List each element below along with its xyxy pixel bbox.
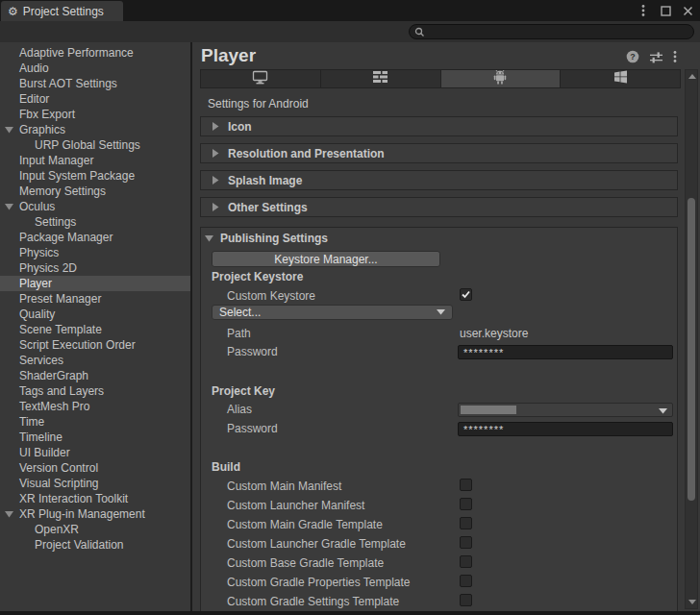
sidebar-item-label: Player — [19, 277, 52, 290]
sidebar-item-version-control[interactable]: Version Control — [0, 460, 190, 476]
keystore-password-field[interactable]: ******** — [458, 345, 673, 359]
more-icon[interactable] — [673, 50, 677, 67]
scrollbar-thumb[interactable] — [688, 198, 695, 501]
sidebar-item-physics-2d[interactable]: Physics 2D — [0, 260, 190, 276]
sidebar-item-label: Package Manager — [19, 231, 112, 244]
alias-selected-value — [461, 406, 516, 414]
platform-tab-standalone[interactable] — [201, 70, 320, 87]
sidebar-item-quality[interactable]: Quality — [0, 307, 190, 322]
checkbox-custom-main-manifest[interactable] — [460, 479, 472, 491]
sidebar-item-timeline[interactable]: Timeline — [0, 430, 190, 445]
key-password-label: Password — [227, 422, 278, 435]
sidebar-item-time[interactable]: Time — [0, 414, 190, 430]
window-bottom-edge — [0, 611, 700, 615]
player-settings-pane: Player ? Settings for Android IconResolu… — [192, 42, 700, 611]
publishing-settings-title: Publishing Settings — [220, 232, 328, 245]
build-option-label: Custom Main Gradle Template — [227, 518, 383, 531]
kebab-menu-icon[interactable] — [636, 3, 651, 18]
section-resolution-and-presentation[interactable]: Resolution and Presentation — [200, 143, 678, 163]
titlebar: ⚙ Project Settings — [0, 0, 700, 21]
sidebar-item-memory-settings[interactable]: Memory Settings — [0, 184, 190, 199]
sidebar-item-package-manager[interactable]: Package Manager — [0, 230, 190, 245]
gear-icon: ⚙ — [8, 6, 18, 17]
checkbox-custom-base-gradle-template[interactable] — [460, 555, 472, 568]
checkbox-custom-main-gradle-template[interactable] — [460, 517, 472, 529]
custom-keystore-checkbox[interactable] — [460, 288, 472, 301]
sidebar-item-label: Settings — [35, 215, 76, 229]
keystore-manager-button[interactable]: Keystore Manager... — [212, 251, 440, 267]
sidebar-item-xr-plug-in-management[interactable]: XR Plug-in Management — [0, 506, 190, 522]
scroll-up-icon[interactable] — [688, 74, 696, 79]
checkbox-custom-launcher-manifest[interactable] — [460, 498, 472, 510]
sidebar-item-input-manager[interactable]: Input Manager — [0, 153, 190, 168]
scroll-down-icon[interactable] — [688, 600, 696, 604]
sidebar-item-editor[interactable]: Editor — [0, 91, 190, 107]
sidebar-item-label: Services — [19, 354, 63, 367]
sidebar-item-oculus[interactable]: Oculus — [0, 199, 190, 214]
toolbar — [0, 21, 700, 42]
sidebar-item-adaptive-performance[interactable]: Adaptive Performance — [0, 45, 190, 61]
sidebar-item-scene-template[interactable]: Scene Template — [0, 322, 190, 337]
sidebar-item-label: Timeline — [19, 430, 62, 444]
sidebar-item-ui-builder[interactable]: UI Builder — [0, 445, 190, 460]
platform-tab-windows[interactable] — [560, 70, 680, 87]
section-title: Other Settings — [228, 201, 308, 214]
sidebar-item-label: UI Builder — [19, 446, 70, 459]
path-value: user.keystore — [460, 327, 528, 340]
platform-tab-dedicated-server[interactable] — [320, 70, 440, 87]
search-field[interactable] — [409, 24, 694, 39]
sidebar-item-textmesh-pro[interactable]: TextMesh Pro — [0, 399, 190, 414]
sidebar-item-input-system-package[interactable]: Input System Package — [0, 168, 190, 184]
chevron-down-icon — [437, 309, 445, 315]
sidebar-item-services[interactable]: Services — [0, 353, 190, 368]
presets-icon[interactable] — [649, 50, 663, 67]
close-icon[interactable] — [680, 3, 695, 18]
sidebar-item-project-validation[interactable]: Project Validation — [0, 537, 190, 553]
key-password-field[interactable]: ******** — [458, 422, 673, 436]
search-input[interactable] — [425, 26, 675, 37]
sidebar-item-player[interactable]: Player — [0, 276, 190, 291]
publishing-settings-foldout[interactable]: Publishing Settings — [205, 232, 328, 245]
sidebar-item-label: Version Control — [19, 461, 98, 475]
sidebar-item-urp-global-settings[interactable]: URP Global Settings — [0, 137, 190, 153]
keystore-password-label: Password — [227, 345, 278, 358]
sidebar-item-tags-and-layers[interactable]: Tags and Layers — [0, 383, 190, 399]
sidebar-item-label: Tags and Layers — [19, 384, 104, 398]
search-icon — [414, 27, 425, 37]
sidebar-item-xr-interaction-toolkit[interactable]: XR Interaction Toolkit — [0, 491, 190, 506]
platform-tab-android[interactable] — [440, 70, 561, 87]
sidebar-item-burst-aot-settings[interactable]: Burst AOT Settings — [0, 76, 190, 91]
page-title: Player — [201, 45, 256, 66]
foldout-closed-icon — [212, 122, 219, 131]
checkbox-custom-gradle-settings-template[interactable] — [460, 594, 472, 606]
build-option-label: Custom Gradle Properties Template — [227, 576, 411, 589]
sidebar-item-preset-manager[interactable]: Preset Manager — [0, 291, 190, 307]
window-tab[interactable]: ⚙ Project Settings — [1, 1, 123, 21]
section-other-settings[interactable]: Other Settings — [200, 197, 678, 217]
keystore-select-dropdown[interactable]: Select... — [212, 305, 453, 320]
sidebar-item-label: Quality — [19, 308, 55, 321]
alias-dropdown[interactable] — [458, 403, 673, 417]
sidebar-item-openxr[interactable]: OpenXR — [0, 522, 190, 537]
sidebar-item-settings[interactable]: Settings — [0, 214, 190, 230]
custom-keystore-label: Custom Keystore — [227, 289, 315, 303]
settings-for-label: Settings for Android — [208, 97, 309, 111]
help-icon[interactable]: ? — [626, 50, 639, 67]
sidebar-item-audio[interactable]: Audio — [0, 61, 190, 76]
vertical-scrollbar[interactable] — [685, 69, 698, 609]
sidebar-item-script-execution-order[interactable]: Script Execution Order — [0, 337, 190, 353]
sidebar-item-fbx-export[interactable]: Fbx Export — [0, 107, 190, 122]
chevron-down-icon — [659, 408, 667, 414]
sidebar-item-physics[interactable]: Physics — [0, 245, 190, 260]
section-title: Icon — [228, 120, 252, 134]
maximize-icon[interactable] — [658, 3, 673, 18]
sidebar-item-shadergraph[interactable]: ShaderGraph — [0, 368, 190, 383]
section-icon[interactable]: Icon — [200, 116, 678, 136]
section-splash-image[interactable]: Splash Image — [200, 170, 678, 190]
project-settings-window: ⚙ Project Settings Adaptive PerformanceA… — [0, 0, 700, 615]
dedicated-server-icon — [372, 70, 388, 87]
sidebar-item-graphics[interactable]: Graphics — [0, 122, 190, 137]
checkbox-custom-gradle-properties-template[interactable] — [460, 575, 472, 587]
checkbox-custom-launcher-gradle-template[interactable] — [460, 536, 472, 549]
sidebar-item-visual-scripting[interactable]: Visual Scripting — [0, 476, 190, 491]
